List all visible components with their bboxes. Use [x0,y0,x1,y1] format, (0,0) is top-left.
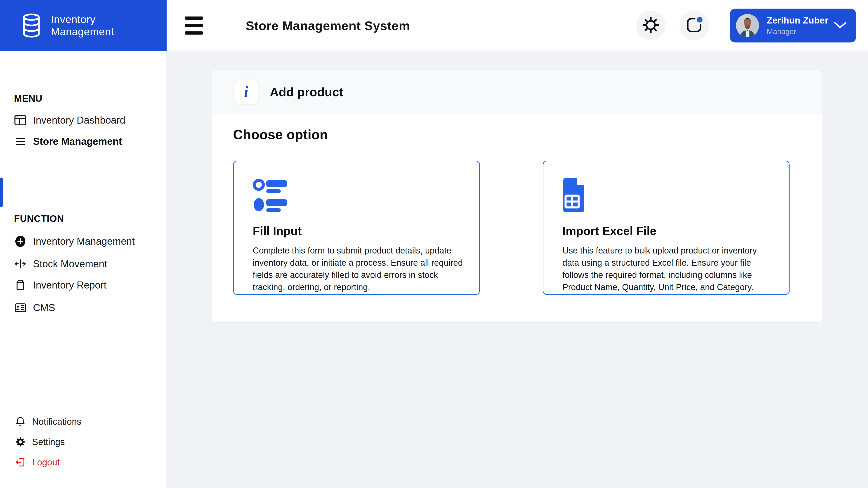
plus-circle-icon [14,235,27,248]
dashboard-icon [14,114,27,127]
brand-block: Inventory Management [0,0,166,51]
panel-header: i Add product [212,70,822,114]
choose-option-heading: Choose option [233,127,328,142]
list-menu-icon [14,135,27,148]
chevron-down-icon [833,22,847,30]
form-list-icon [253,177,465,213]
add-product-panel: i Add product Choose option [212,70,822,323]
sidebar-item-notifications[interactable]: Notifications [0,411,166,432]
logout-icon [14,456,27,468]
option-card-import-excel[interactable]: Import Excel File Use this feature to bu… [543,161,789,295]
user-role: Manager [767,27,829,36]
gear-filled-icon [14,435,27,448]
option-title: Import Excel File [562,224,774,238]
excel-file-icon [562,177,774,213]
topbar-actions: Zerihun Zuber Manager [622,8,856,42]
hamburger-menu-icon[interactable] [185,17,203,35]
notification-dot-icon [683,14,705,37]
shopping-bag-icon [14,279,27,291]
sidebar-item-store-management[interactable]: Store Management [0,131,166,152]
main-content: i Add product Choose option [167,51,868,488]
app-root: Inventory Management Store Management Sy… [0,0,868,488]
sidebar-section-function: FUNCTION [14,213,64,224]
user-meta: Zerihun Zuber Manager [767,15,829,36]
avatar [736,14,759,37]
settings-button[interactable] [636,11,665,40]
gear-icon [640,15,661,36]
user-name: Zerihun Zuber [767,15,829,26]
option-title: Fill Input [253,224,465,238]
arrows-left-right-icon [14,258,27,270]
page-title: Store Management System [246,18,410,33]
option-description: Complete this form to submit product det… [253,245,465,293]
sidebar-item-settings[interactable]: Settings [0,431,166,453]
database-icon [22,13,41,37]
sidebar-item-logout[interactable]: Logout [0,451,166,473]
option-card-fill-input[interactable]: Fill Input Complete this form to submit … [233,161,480,295]
top-header: Store Management System [166,0,868,51]
user-profile-chip[interactable]: Zerihun Zuber Manager [730,8,856,42]
sidebar: MENU Inventory Dashboard Store Manageme [0,51,166,488]
sidebar-item-stock-movement[interactable]: Stock Movement [0,253,166,275]
sidebar-section-menu: MENU [14,93,42,104]
option-description: Use this feature to bulk upload product … [562,245,774,293]
bell-icon [14,415,27,428]
panel-title: Add product [270,85,343,99]
sidebar-item-inventory-report[interactable]: Inventory Report [0,274,166,296]
sidebar-item-cms[interactable]: CMS [0,297,166,319]
notifications-button[interactable] [680,11,709,40]
sidebar-item-inventory-dashboard[interactable]: Inventory Dashboard [0,109,166,131]
sidebar-item-inventory-management[interactable]: Inventory Management [0,230,166,252]
info-icon: i [234,80,258,104]
brand-name: Inventory Management [51,13,114,38]
id-card-icon [14,301,27,314]
